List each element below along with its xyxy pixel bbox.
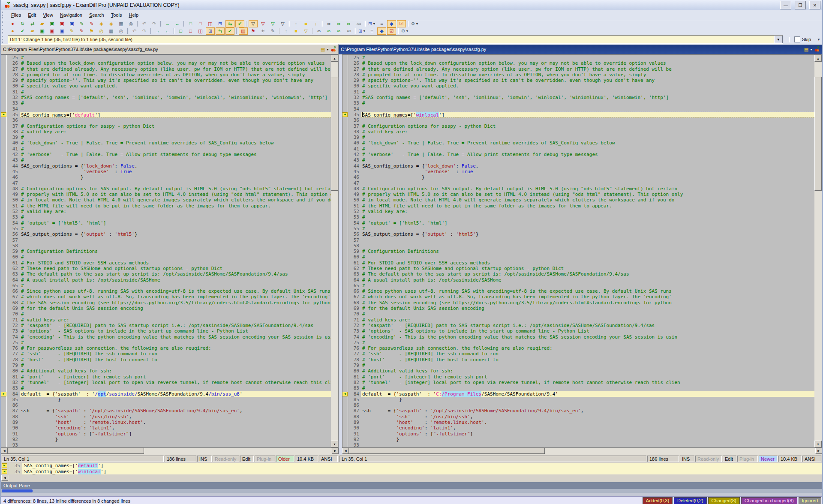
right-code-pane[interactable]: 25#26# Based upon the lock_down configur… <box>342 54 822 448</box>
next-bookmark-icon[interactable]: ▽ <box>301 27 310 35</box>
menu-edit[interactable]: Edit <box>24 12 39 18</box>
filter-changed-icon[interactable]: ▽ <box>268 20 277 27</box>
toolbar1-grip[interactable] <box>2 21 6 27</box>
dropdown-caret-icon[interactable]: ▼ <box>372 21 375 27</box>
ignore-flags-icon[interactable]: ⚑ <box>249 27 258 35</box>
filter-deleted-icon[interactable]: ▽ <box>258 20 267 27</box>
diff-panel-scroll-left-icon[interactable]: ◀ <box>1 475 8 481</box>
plugin-options-icon[interactable]: ☑ <box>397 20 406 27</box>
plugin-edit-icon[interactable]: ☑ <box>387 27 396 35</box>
find-next-icon[interactable]: ∞ <box>334 20 343 27</box>
save-both-icon[interactable]: ▣ <box>67 20 76 27</box>
copy-right-icon[interactable]: → <box>153 27 162 35</box>
save-second-icon[interactable]: ▣ <box>57 20 66 27</box>
menu-grip[interactable] <box>2 12 6 18</box>
edit-first-icon[interactable]: ✎ <box>77 20 86 27</box>
show-deleted-icon[interactable]: □ <box>196 20 205 27</box>
statistics-icon[interactable]: ≡ <box>367 27 376 35</box>
settings-icon[interactable]: ⚙▼ <box>410 20 419 27</box>
diff-combo[interactable]: Diff 1: Change 1 line (35, first file) t… <box>8 35 783 44</box>
right-save-icon[interactable]: ▤ <box>804 47 808 52</box>
prev-diff-icon[interactable]: ↑ <box>291 20 300 27</box>
left-scroll-right-icon[interactable]: ▶ <box>332 448 339 454</box>
diff-marker-icon[interactable]: ◀ <box>2 469 7 474</box>
left-app-cherry-icon[interactable] <box>330 46 336 52</box>
show-identical-icon[interactable]: □ <box>186 20 195 27</box>
diff-marker-icon[interactable]: ▶ <box>1 392 6 396</box>
auto-recompare-icon[interactable]: ✔ <box>235 20 244 27</box>
zoom-page-icon[interactable]: ◎ <box>117 27 126 35</box>
menu-files[interactable]: Files <box>8 12 24 18</box>
left-save-icon[interactable]: ▤ <box>321 47 325 52</box>
show-changed-icon[interactable]: ◫ <box>206 20 215 27</box>
left-scroll-left-icon[interactable]: ◀ <box>1 448 8 454</box>
edit-second-icon[interactable]: ✎ <box>87 20 96 27</box>
block-checked-icon[interactable]: ✔ <box>225 27 234 35</box>
undo-icon[interactable]: ↶ <box>140 20 149 27</box>
left-vertical-scrollbar[interactable]: ▲ ▼ <box>331 55 338 447</box>
compare-selected-icon[interactable]: ● <box>8 27 17 35</box>
match-words-icon[interactable]: AB <box>354 20 363 27</box>
find-icon[interactable]: ∞ <box>324 20 333 27</box>
next-change-icon[interactable]: → <box>163 20 172 27</box>
diff-marker-icon[interactable]: ◀ <box>342 392 348 396</box>
right-code-area[interactable]: 25#26# Based upon the lock_down configur… <box>342 55 814 447</box>
diffbar-grip[interactable] <box>2 36 6 42</box>
right-scroll-left-icon[interactable]: ◀ <box>342 448 349 454</box>
save-result-icon[interactable]: ▣ <box>57 27 66 35</box>
maximize-button[interactable]: ❐ <box>795 1 806 9</box>
output-pane-scroll-thumb[interactable] <box>2 489 33 492</box>
plugins-icon[interactable]: ◆ <box>387 20 396 27</box>
right-scroll-down-icon[interactable]: ▼ <box>814 441 822 447</box>
left-scroll-up-icon[interactable]: ▲ <box>331 55 338 62</box>
right-scroll-right-icon[interactable]: ▶ <box>815 448 822 454</box>
output-pane-caption[interactable]: Output Pane <box>1 482 822 489</box>
menu-navigation[interactable]: Navigation <box>57 12 86 18</box>
dropdown-caret-icon[interactable]: ▼ <box>363 28 366 34</box>
search-files-icon[interactable]: ∞ <box>315 27 324 35</box>
goto-first-icon[interactable]: ◈ <box>97 20 106 27</box>
right-scroll-up-icon[interactable]: ▲ <box>814 55 822 62</box>
toolbar-overflow-icon[interactable]: ▼ <box>817 38 820 42</box>
ignore-case-icon[interactable]: ≋ <box>258 27 267 35</box>
diff-marker-icon[interactable]: ▶ <box>1 112 6 117</box>
filter-custom-icon[interactable]: ▽ <box>278 20 287 27</box>
search-repeat-icon[interactable]: ∞ <box>334 27 343 35</box>
search-add-icon[interactable]: ∞ <box>324 27 333 35</box>
line-details-icon[interactable]: ≡ <box>377 20 386 27</box>
right-hscroll-thumb[interactable] <box>349 448 545 454</box>
save-second-as-icon[interactable]: ▣ <box>48 27 57 35</box>
left-vscroll-thumb[interactable] <box>331 77 338 190</box>
menu-search[interactable]: Search <box>86 12 108 18</box>
prev-bookmark-icon[interactable]: ↑ <box>282 27 291 35</box>
prev-change-icon[interactable]: ← <box>173 20 182 27</box>
flag-first-icon[interactable]: ⚑ <box>87 27 96 35</box>
save-first-as-icon[interactable]: ▣ <box>38 27 47 35</box>
left-hscroll-thumb[interactable] <box>8 448 144 454</box>
diff-combo-dropdown-icon[interactable]: ▼ <box>774 36 783 43</box>
toolbar2-grip[interactable] <box>2 29 6 34</box>
menu-help[interactable]: Help <box>125 12 142 18</box>
right-header-dropdown-icon[interactable]: ▼ <box>810 48 813 51</box>
diff-panel-row[interactable]: ▶35SAS_config_names=['default'] <box>1 463 822 469</box>
filter-all-icon[interactable]: ▽ <box>249 20 258 27</box>
swap-panes-icon[interactable]: ⇄ <box>28 20 37 27</box>
menu-view[interactable]: View <box>39 12 57 18</box>
diff-marker-icon[interactable]: ▶ <box>2 463 7 468</box>
edit-copy-second-icon[interactable]: ✎ <box>77 27 86 35</box>
find-prev-icon[interactable]: ∞ <box>344 20 353 27</box>
copy-left-icon[interactable]: ← <box>163 27 172 35</box>
plugin-manager-icon[interactable]: ◆ <box>377 27 386 35</box>
open-files-icon[interactable]: ▰ <box>38 20 47 27</box>
compare-files-icon[interactable]: ● <box>8 20 17 27</box>
right-pane-header[interactable]: C:\Program Files\Python\Python37\Lib\sit… <box>339 44 822 54</box>
menu-tools[interactable]: Tools <box>108 12 126 18</box>
options-icon[interactable]: ⚙▼ <box>400 27 409 35</box>
search-flagged-icon[interactable]: ◎ <box>97 27 106 35</box>
print-preview-icon[interactable]: ◎ <box>126 20 135 27</box>
right-horizontal-scrollbar[interactable]: ◀ ▶ <box>342 448 822 455</box>
edit-copy-first-icon[interactable]: ✎ <box>67 27 76 35</box>
pane-splitter[interactable] <box>339 54 342 448</box>
dropdown-caret-icon[interactable]: ▼ <box>415 21 418 27</box>
right-vscroll-thumb[interactable] <box>814 77 822 190</box>
